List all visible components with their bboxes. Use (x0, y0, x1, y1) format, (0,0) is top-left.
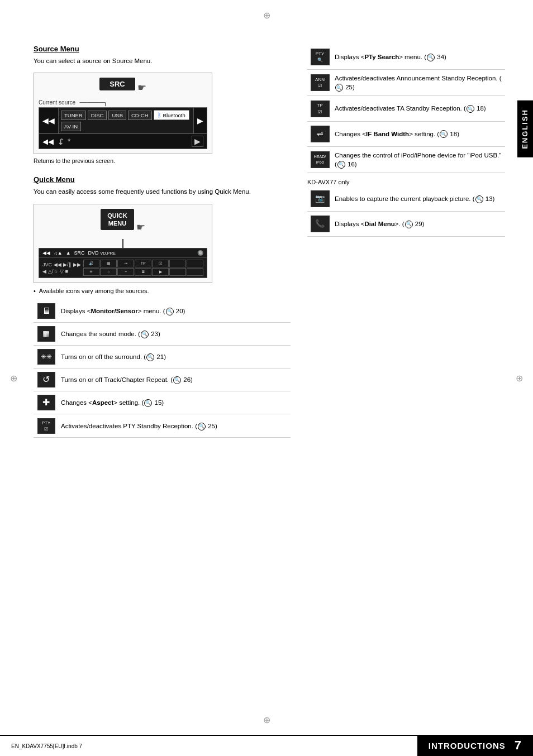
src-item-avin: AV-IN (61, 122, 81, 131)
ref-icon-6: 🔍 (198, 423, 206, 430)
left-icon-cell-2: ▦ (34, 323, 59, 346)
bullet-dot: • (34, 288, 36, 294)
left-icon-cell-1: 🖥 (34, 300, 59, 323)
dvd-label: DVD VD.PRE (88, 250, 194, 256)
quick-line-connector (122, 239, 123, 248)
reg-mark-bottom: ⊕ (263, 715, 270, 725)
right-icon-desc-4: Changes <IF Band Width> setting. (🔍 18) (332, 121, 505, 146)
kd-icon-desc-1: Enables to capture the current playback … (332, 186, 505, 212)
monitor-sensor-icon: 🖥 (37, 303, 55, 319)
dial-menu-label: Dial Menu (364, 221, 394, 227)
right-icon-cell-4: ⇌ (307, 121, 332, 146)
right-ref-3: 🔍 (467, 105, 474, 113)
right-icon-row-4: ⇌ Changes <IF Band Width> setting. (🔍 18… (307, 121, 505, 146)
src-button: SRC (99, 78, 135, 90)
bullet-text: Available icons vary among the sources. (39, 288, 149, 294)
left-icon-row-2: ▦ Changes the sound mode. (🔍 23) (34, 323, 291, 346)
kd-icon-row-1: 📷 Enables to capture the current playbac… (307, 186, 505, 212)
kd-ref-2: 🔍 (405, 221, 413, 228)
right-icon-cell-3: TP☑ (307, 96, 332, 121)
src-diagram-center: SRC ☛ Current source ──────┐ ◀◀ T (39, 78, 207, 149)
left-column: Source Menu You can select a source on S… (34, 45, 291, 438)
if-band-label: IF Band Width (366, 131, 409, 137)
kd-only-table: 📷 Enables to capture the current playbac… (307, 186, 505, 237)
kd-icon-row-2: 📞 Displays <Dial Menu>. (🔍 29) (307, 211, 505, 236)
kd-icon-cell-2: 📞 (307, 211, 332, 236)
src-back-icon: ↩ (56, 138, 66, 145)
src-items-panel: TUNER DISC USB CD-CH ᛒ Bluetooth AV-IN (59, 108, 193, 133)
page-container: ⊕ ⊕ ⊕ ⊕ ENGLISH Source Menu You can sele… (0, 0, 533, 756)
kd-only-label: KD-AVX77 only (307, 179, 505, 185)
ref-icon-2: 🔍 (141, 331, 149, 338)
left-icon-desc-3: Turns on or off the surround. (🔍 21) (59, 346, 291, 369)
quick-icons-grid: 🔊 ▦ ⇥ TP ☑ ✳ ○ + (83, 260, 203, 276)
right-icon-row-3: TP☑ Activates/deactivates TA Standby Rec… (307, 96, 505, 121)
introductions-label: INTRODUCTIONS (429, 741, 506, 750)
reg-mark-right: ⊕ (516, 373, 523, 384)
surround-icon: ✳✳ (37, 349, 55, 365)
quick-top-area: QUICKMENU ☛ (101, 209, 145, 234)
bullet-item: • Available icons vary among the sources… (34, 288, 291, 294)
ctrl-skip-back: ◀ (42, 269, 46, 274)
introductions-box: INTRODUCTIONS 7 (417, 735, 533, 756)
src-item-tuner: TUNER (61, 111, 86, 120)
jvc-label: JVC (42, 262, 52, 267)
src-forward-box: ▶ (192, 136, 203, 147)
left-icon-row-5: ✚ Changes <Aspect> setting. (🔍 15) (34, 391, 291, 414)
quick-menu-section: Quick Menu You can easily access some fr… (34, 175, 291, 438)
src-item-usb: USB (108, 111, 126, 120)
monitor-sensor-label: Monitor/Sensor (91, 308, 137, 314)
right-icon-row-1: PTY🔍 Displays <PTy Search> menu. (🔍 34) (307, 45, 505, 70)
quick-menu-title: Quick Menu (34, 175, 291, 184)
aspect-icon: ✚ (37, 395, 55, 410)
left-icons-table: 🖥 Displays <Monitor/Sensor> menu. (🔍 20)… (34, 300, 291, 438)
src-bt-icon-row: * (68, 137, 70, 146)
left-icon-desc-2: Changes the sound mode. (🔍 23) (59, 323, 291, 346)
ctrl-prev: ◀◀ (54, 262, 61, 267)
right-ref-1: 🔍 (427, 54, 435, 61)
ref-icon-4: 🔍 (173, 376, 181, 384)
ctrl-down: ▽ (60, 269, 64, 274)
ann-icon: ANN☑ (311, 74, 330, 91)
left-icon-desc-5: Changes <Aspect> setting. (🔍 15) (59, 391, 291, 414)
right-ref-5: 🔍 (337, 161, 345, 169)
head-ipod-icon: HEAD/iPod (311, 151, 330, 168)
tp-icon: TP☑ (311, 101, 330, 117)
current-source-label: Current source (39, 99, 75, 106)
src-item-disc: DISC (88, 111, 107, 120)
left-icon-cell-4: ↺ (34, 369, 59, 391)
ref-icon-3: 🔍 (146, 353, 154, 361)
q-icon-13 (169, 268, 186, 276)
reg-mark-top: ⊕ (263, 10, 270, 21)
source-menu-desc: You can select a source on Source Menu. (34, 56, 291, 66)
right-icon-cell-1: PTY🔍 (307, 45, 332, 70)
returns-caption: Returns to the previous screen. (34, 157, 291, 164)
src-prev-icon: ◀◀ (39, 108, 59, 133)
media-icon-3: ▲ (66, 250, 71, 256)
media-icon-2: ♫▲ (54, 250, 63, 256)
q-icon-11: 🖥 (135, 268, 151, 276)
quick-button: QUICKMENU (101, 209, 134, 231)
hand-pointer-icon: ☛ (137, 82, 146, 94)
src-item-cdch: CD-CH (128, 111, 152, 120)
media-icon-1: ◀◀ (42, 250, 50, 256)
repeat-icon: ↺ (37, 372, 55, 387)
pty-standby-icon: PTY☑ (37, 418, 55, 434)
right-icon-row-5: HEAD/iPod Changes the control of iPod/iP… (307, 146, 505, 173)
ref-icon-1: 🔍 (166, 308, 174, 315)
q-icon-2: ▦ (100, 260, 117, 267)
q-icon-4: TP (135, 260, 151, 267)
ref-icon-5: 🔍 (144, 399, 152, 407)
right-icon-desc-1: Displays <PTy Search> menu. (🔍 34) (332, 45, 505, 70)
left-icon-row-4: ↺ Turns on or off Track/Chapter Repeat. … (34, 369, 291, 391)
quick-dvd-panel: ◀◀ ♫▲ ▲ SRC DVD VD.PRE 🔘 (39, 248, 207, 278)
right-icon-row-2: ANN☑ Activates/deactivates Announcement … (307, 70, 505, 96)
capture-icon: 📷 (311, 190, 330, 207)
left-icon-row-1: 🖥 Displays <Monitor/Sensor> menu. (🔍 20) (34, 300, 291, 323)
source-menu-section: Source Menu You can select a source on S… (34, 45, 291, 164)
right-icon-desc-3: Activates/deactivates TA Standby Recepti… (332, 96, 505, 121)
pty-search-icon: PTY🔍 (311, 49, 330, 65)
page-number: 7 (515, 738, 522, 753)
source-menu-title: Source Menu (34, 45, 291, 53)
quick-left-btns: JVC ◀◀ ▶/‖ ▶▶ ◀ △/☆ ▽ (42, 260, 81, 276)
